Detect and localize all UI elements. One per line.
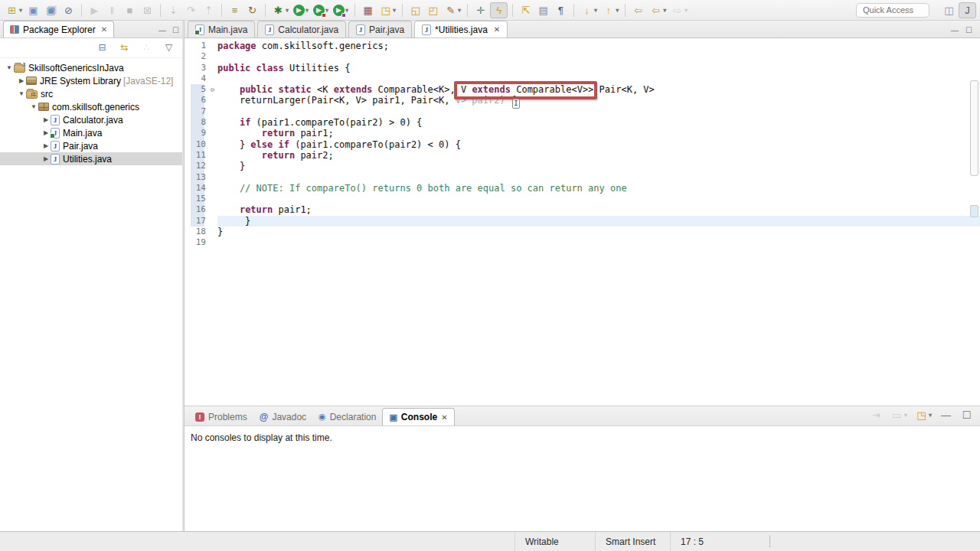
editor-tab-calculator-java[interactable]: JCalculator.java [257, 21, 346, 37]
maximize-view-icon[interactable]: ☐ [172, 27, 179, 34]
close-icon[interactable]: ✕ [101, 25, 107, 34]
console-list-icon[interactable]: ≡ [227, 2, 243, 18]
editor-tab-main-java[interactable]: JMain.java [188, 21, 255, 37]
code-line-3[interactable]: 3public class Utilities { [185, 63, 980, 73]
line-number: 6 [185, 95, 207, 106]
chevron-collapsed-icon[interactable]: ▶ [41, 142, 51, 149]
code-line-7[interactable]: 7 [185, 106, 980, 117]
package-explorer-tab[interactable]: Package Explorer ✕ [3, 21, 114, 37]
code-line-13[interactable]: 13 [185, 172, 980, 183]
code-line-2[interactable]: 2 [185, 51, 980, 62]
skip-all-breakpoints-icon[interactable]: ⊘ [60, 2, 77, 18]
view-menu-icon[interactable]: ▽ [161, 40, 177, 56]
back-to-last-edit-icon[interactable]: ⇦ [630, 2, 646, 18]
chevron-collapsed-icon[interactable]: ▶ [17, 77, 26, 84]
fold-collapse-icon[interactable]: ⊖ [207, 84, 217, 95]
code-line-8[interactable]: 8 if (pair1.compareTo(pair2) > 0) { [185, 117, 980, 128]
code-line-12[interactable]: 12 } [185, 161, 980, 171]
code-line-14[interactable]: 14 // NOTE: If compareTo() returns 0 bot… [185, 183, 980, 194]
fold-margin [207, 216, 217, 227]
show-whitespace-icon[interactable]: ¶ [553, 2, 569, 18]
code-editor[interactable]: 1package com.skillsoft.generics;23public… [185, 38, 980, 406]
code-text: package com.skillsoft.generics; [217, 41, 980, 51]
save-icon[interactable]: ▣ [25, 2, 41, 18]
fold-margin [207, 51, 217, 62]
toggle-mark-occurrences-icon[interactable]: ϟ [490, 2, 508, 18]
editor-tab-utilities-java[interactable]: J*Utilities.java✕ [414, 21, 508, 37]
new-java-element-icon[interactable]: ◳▾ [377, 2, 397, 18]
show-source-of-element-icon[interactable]: ▤ [535, 2, 551, 18]
chevron-collapsed-icon[interactable]: ▶ [41, 116, 51, 123]
status-bar-drag-handle[interactable] [769, 536, 770, 547]
java-file-icon: J [422, 24, 431, 35]
tree-item-skillsoftgenericsinjava[interactable]: ▼SkillsoftGenericsInJava [0, 61, 182, 74]
tree-item-label: JRE System Library [40, 76, 121, 86]
back-history-icon[interactable]: ⇦▾ [648, 2, 668, 18]
coverage-icon[interactable]: ▦ [360, 2, 376, 18]
previous-annotation-icon[interactable]: ↑▾ [600, 2, 620, 18]
java-file-icon: J [51, 154, 60, 165]
annotate-icon[interactable]: ✎▾ [443, 2, 462, 18]
quick-access-input[interactable] [856, 3, 929, 18]
tree-item-src[interactable]: ▼src [0, 87, 182, 100]
toolbar-separator [160, 4, 161, 17]
collapse-all-icon[interactable]: ⊟ [94, 40, 110, 56]
code-line-11[interactable]: 11 return pair2; [185, 150, 980, 161]
tree-item-pair-java[interactable]: ▶JPair.java [0, 139, 182, 152]
minimize-view-icon[interactable]: — [158, 27, 166, 34]
minimize-editor-icon[interactable]: — [951, 27, 959, 34]
panel-tab-declaration[interactable]: ◉Declaration [312, 408, 382, 425]
chevron-collapsed-icon[interactable]: ▶ [41, 155, 51, 162]
tree-item-main-java[interactable]: ▶JMain.java [0, 126, 182, 139]
panel-tab-javadoc[interactable]: @Javadoc [253, 408, 312, 425]
code-line-18[interactable]: 18} [185, 227, 980, 237]
link-with-editor-icon[interactable]: ⇆ [116, 40, 132, 56]
tree-item-jre-system-library[interactable]: ▶JRE System Library[JavaSE-12] [0, 74, 182, 87]
run-icon[interactable]: ▶▾ [292, 2, 310, 18]
code-line-10[interactable]: 10 } else if (pair1.compareTo(pair2) < 0… [185, 139, 980, 150]
chevron-expanded-icon[interactable]: ▼ [5, 64, 14, 71]
profile-icon[interactable]: ▶▾ [332, 2, 350, 18]
line-number: 9 [185, 128, 207, 139]
line-number: 17 [185, 216, 207, 227]
export-icon[interactable]: ◰ [425, 2, 441, 18]
code-line-19[interactable]: 19 [185, 237, 980, 248]
save-all-icon[interactable]: ▣ [43, 2, 59, 18]
chevron-expanded-icon[interactable]: ▼ [29, 103, 38, 110]
external-tools-icon[interactable]: ↻ [244, 2, 260, 18]
close-icon[interactable]: ✕ [494, 25, 500, 34]
debug-icon[interactable]: ✱▾ [270, 2, 290, 18]
minimize-panel-icon[interactable]: — [938, 407, 954, 423]
run-last-launched-icon[interactable]: ▶▾ [312, 2, 330, 18]
fold-margin [207, 172, 217, 183]
panel-tab-console[interactable]: ▣Console✕ [382, 408, 454, 425]
open-plugin-icon[interactable]: ✛ [472, 2, 488, 18]
open-console-icon[interactable]: ◳▾ [913, 407, 933, 423]
java-perspective-icon[interactable]: J [959, 2, 976, 18]
import-icon[interactable]: ◱ [407, 2, 423, 18]
tree-item-label: Calculator.java [63, 115, 123, 126]
overview-cursor-marker[interactable] [970, 205, 978, 217]
code-line-17[interactable]: 17 } [185, 216, 980, 227]
panel-tab-problems[interactable]: !Problems [189, 408, 253, 425]
code-line-15[interactable]: 15 [185, 194, 980, 204]
last-edit-location-icon[interactable]: ⇱ [518, 2, 534, 18]
close-icon[interactable]: ✕ [441, 413, 447, 422]
code-line-9[interactable]: 9 return pair1; [185, 128, 980, 139]
chevron-expanded-icon[interactable]: ▼ [17, 90, 26, 97]
new-wizard-icon[interactable]: ⊞▾ [4, 2, 24, 18]
line-number: 1 [185, 41, 207, 51]
maximize-panel-icon[interactable]: ☐ [959, 407, 975, 423]
open-perspective-icon[interactable]: ◫ [941, 2, 957, 18]
code-line-16[interactable]: 16 return pair1; [185, 204, 980, 215]
annotation-highlight-box [454, 81, 597, 99]
tree-item-com-skillsoft-generics[interactable]: ▼com.skillsoft.generics [0, 100, 182, 113]
code-line-1[interactable]: 1package com.skillsoft.generics; [185, 41, 980, 51]
scrollbar-thumb[interactable] [970, 80, 978, 176]
editor-tab-pair-java[interactable]: JPair.java [348, 21, 412, 37]
tree-item-utilities-java[interactable]: ▶JUtilities.java [0, 152, 182, 165]
step-into-icon: ⇣ [165, 2, 181, 18]
maximize-editor-icon[interactable]: ☐ [965, 27, 972, 34]
tree-item-calculator-java[interactable]: ▶JCalculator.java [0, 113, 182, 126]
next-annotation-icon[interactable]: ↓▾ [579, 2, 599, 18]
